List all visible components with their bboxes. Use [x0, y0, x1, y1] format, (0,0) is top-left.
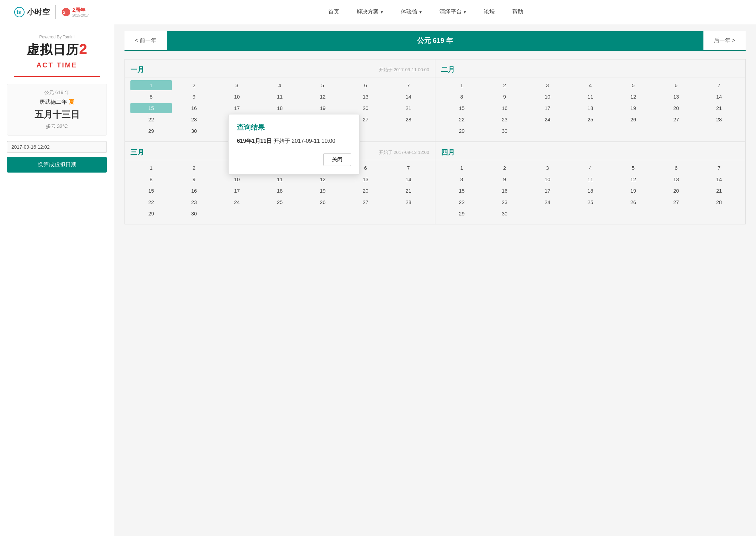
- day-cell[interactable]: 25: [570, 114, 611, 124]
- next-year-button[interactable]: 后一年 >: [703, 31, 746, 50]
- day-cell[interactable]: 7: [388, 80, 429, 90]
- nav-help[interactable]: 帮助: [512, 8, 523, 16]
- day-cell[interactable]: 1: [441, 80, 482, 90]
- day-cell[interactable]: 16: [173, 186, 215, 196]
- day-cell[interactable]: 24: [527, 114, 568, 124]
- day-cell[interactable]: 3: [216, 80, 258, 90]
- day-cell[interactable]: 4: [570, 163, 611, 173]
- day-cell[interactable]: 12: [612, 174, 654, 184]
- day-cell[interactable]: 12: [302, 174, 343, 184]
- day-cell[interactable]: 16: [484, 103, 525, 113]
- day-cell[interactable]: 9: [484, 174, 525, 184]
- day-cell[interactable]: 8: [441, 92, 482, 102]
- day-cell[interactable]: 22: [441, 114, 482, 124]
- real-time-input[interactable]: [7, 141, 107, 153]
- day-cell[interactable]: 2: [173, 80, 215, 90]
- day-cell[interactable]: 26: [612, 197, 654, 207]
- day-cell[interactable]: 22: [441, 197, 482, 207]
- day-cell[interactable]: 8: [130, 92, 172, 102]
- day-cell[interactable]: 27: [655, 114, 697, 124]
- day-cell[interactable]: 28: [388, 197, 429, 207]
- day-cell[interactable]: 20: [345, 186, 386, 196]
- popup-close-button[interactable]: 关闭: [323, 153, 351, 166]
- day-cell[interactable]: 9: [484, 92, 525, 102]
- day-cell[interactable]: 10: [216, 174, 258, 184]
- day-cell[interactable]: 23: [173, 114, 215, 124]
- day-cell[interactable]: 4: [570, 80, 611, 90]
- day-cell[interactable]: 8: [441, 174, 482, 184]
- day-cell[interactable]: 1: [130, 80, 172, 90]
- day-cell[interactable]: 2: [484, 80, 525, 90]
- day-cell[interactable]: 1: [441, 163, 482, 173]
- day-cell[interactable]: 24: [527, 197, 568, 207]
- day-cell[interactable]: 25: [259, 197, 301, 207]
- day-cell[interactable]: 19: [302, 186, 343, 196]
- day-cell[interactable]: 17: [216, 103, 258, 113]
- day-cell[interactable]: 11: [259, 92, 301, 102]
- day-cell[interactable]: 12: [612, 92, 654, 102]
- day-cell[interactable]: 17: [216, 186, 258, 196]
- day-cell[interactable]: 3: [527, 80, 568, 90]
- day-cell[interactable]: 21: [388, 103, 429, 113]
- day-cell[interactable]: 14: [698, 92, 740, 102]
- day-cell[interactable]: 29: [441, 126, 482, 136]
- day-cell[interactable]: 14: [388, 174, 429, 184]
- nav-experience[interactable]: 体验馆: [401, 8, 422, 16]
- day-cell[interactable]: 7: [698, 80, 740, 90]
- day-cell[interactable]: 1: [130, 163, 172, 173]
- day-cell[interactable]: 7: [388, 163, 429, 173]
- day-cell[interactable]: 19: [302, 103, 343, 113]
- day-cell[interactable]: 6: [655, 163, 697, 173]
- day-cell[interactable]: 22: [130, 197, 172, 207]
- day-cell[interactable]: 30: [484, 209, 525, 219]
- day-cell[interactable]: 19: [612, 103, 654, 113]
- day-cell[interactable]: 28: [698, 197, 740, 207]
- day-cell[interactable]: 17: [527, 103, 568, 113]
- day-cell[interactable]: 9: [173, 92, 215, 102]
- day-cell[interactable]: 11: [570, 174, 611, 184]
- day-cell[interactable]: 26: [302, 197, 343, 207]
- day-cell[interactable]: 24: [216, 197, 258, 207]
- nav-solutions[interactable]: 解决方案: [357, 8, 384, 16]
- day-cell[interactable]: 20: [345, 103, 386, 113]
- day-cell[interactable]: 16: [173, 103, 215, 113]
- day-cell[interactable]: 10: [527, 92, 568, 102]
- day-cell[interactable]: 13: [655, 174, 697, 184]
- day-cell[interactable]: 4: [259, 80, 301, 90]
- day-cell[interactable]: 25: [570, 197, 611, 207]
- day-cell[interactable]: 10: [527, 174, 568, 184]
- day-cell[interactable]: 26: [612, 114, 654, 124]
- day-cell[interactable]: 15: [130, 103, 172, 113]
- day-cell[interactable]: 11: [570, 92, 611, 102]
- day-cell[interactable]: 9: [173, 174, 215, 184]
- day-cell[interactable]: 21: [698, 186, 740, 196]
- day-cell[interactable]: 6: [655, 80, 697, 90]
- day-cell[interactable]: 13: [345, 174, 386, 184]
- day-cell[interactable]: 22: [130, 114, 172, 124]
- nav-platform[interactable]: 演绎平台: [440, 8, 467, 16]
- prev-year-button[interactable]: < 前一年: [125, 31, 167, 50]
- day-cell[interactable]: 28: [698, 114, 740, 124]
- day-cell[interactable]: 5: [612, 163, 654, 173]
- day-cell[interactable]: 18: [570, 186, 611, 196]
- day-cell[interactable]: 6: [345, 80, 386, 90]
- day-cell[interactable]: 5: [612, 80, 654, 90]
- day-cell[interactable]: 15: [130, 186, 172, 196]
- day-cell[interactable]: 13: [345, 92, 386, 102]
- day-cell[interactable]: 23: [484, 114, 525, 124]
- day-cell[interactable]: 11: [259, 174, 301, 184]
- day-cell[interactable]: 20: [655, 186, 697, 196]
- day-cell[interactable]: 27: [655, 197, 697, 207]
- day-cell[interactable]: 30: [484, 126, 525, 136]
- day-cell[interactable]: 23: [484, 197, 525, 207]
- day-cell[interactable]: 14: [698, 174, 740, 184]
- day-cell[interactable]: 10: [216, 92, 258, 102]
- day-cell[interactable]: 19: [612, 186, 654, 196]
- day-cell[interactable]: 29: [130, 209, 172, 219]
- day-cell[interactable]: 18: [570, 103, 611, 113]
- day-cell[interactable]: 30: [173, 209, 215, 219]
- nav-home[interactable]: 首页: [328, 8, 339, 16]
- day-cell[interactable]: 12: [302, 92, 343, 102]
- day-cell[interactable]: 17: [527, 186, 568, 196]
- day-cell[interactable]: 3: [527, 163, 568, 173]
